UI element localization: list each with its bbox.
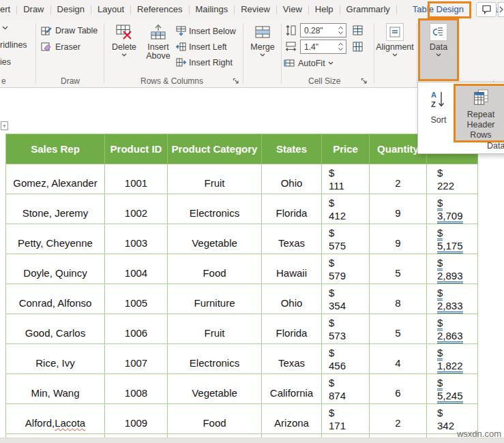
cell-state[interactable]: Ohio — [262, 164, 322, 194]
column-header[interactable]: Product Category — [168, 134, 262, 164]
view-gridlines-button-cut[interactable]: ridlines — [0, 40, 27, 50]
cell-state[interactable]: Florida — [262, 314, 322, 344]
cell-price[interactable]: $412 — [322, 194, 370, 224]
cell-sales-rep[interactable]: Rice, Ivy — [6, 344, 105, 374]
cell-price[interactable]: $354 — [322, 284, 370, 314]
ribbon-tab-view[interactable]: View — [277, 1, 308, 18]
cell-sales[interactable]: $5,245 — [427, 374, 478, 404]
ribbon-tab-references[interactable]: References — [131, 1, 188, 18]
cell-product-id[interactable]: 1002 — [105, 194, 168, 224]
cell-product-category[interactable]: Electronics — [168, 194, 262, 224]
cell-state[interactable]: Hawaii — [262, 254, 322, 284]
cell-product-id[interactable]: 1001 — [105, 164, 168, 194]
column-header[interactable]: Price — [322, 134, 370, 164]
distribute-rows-icon[interactable] — [352, 25, 364, 36]
cell-sales-rep[interactable]: Gomez, Alexander — [6, 164, 105, 194]
cell-price[interactable]: $171 — [322, 404, 370, 434]
ribbon-tab-help[interactable]: Help — [309, 1, 340, 18]
ribbon-tab-grammarly[interactable]: Grammarly — [340, 1, 396, 18]
cell-sales[interactable]: $2,863 — [427, 314, 478, 344]
comments-button[interactable] — [476, 2, 496, 17]
cell-product-id[interactable]: 1005 — [105, 284, 168, 314]
insert-above-button[interactable]: Insert Above — [142, 23, 175, 61]
cell-product-category[interactable]: Fruit — [168, 314, 262, 344]
ribbon-tab-design[interactable]: Design — [51, 1, 91, 18]
column-header[interactable]: Product ID — [105, 134, 168, 164]
cell-sales[interactable]: $222 — [427, 164, 478, 194]
autofit-button[interactable]: AutoFit — [284, 57, 333, 69]
cell-product-category[interactable]: Food — [168, 404, 262, 434]
cell-price[interactable]: $579 — [322, 254, 370, 284]
cell-product-id[interactable]: 1004 — [105, 254, 168, 284]
draw-table-button[interactable]: Draw Table — [41, 25, 98, 36]
cell-state[interactable]: Texas — [262, 224, 322, 254]
table-move-handle[interactable]: + — [1, 121, 8, 130]
cell-price[interactable]: $573 — [322, 314, 370, 344]
cell-quantity[interactable]: 2 — [370, 164, 427, 194]
chevron-down-icon[interactable] — [2, 26, 8, 30]
cell-sales-rep[interactable]: Min, Wang — [6, 374, 105, 404]
cell-quantity[interactable]: 4 — [370, 344, 427, 374]
cell-state[interactable]: Florida — [262, 194, 322, 224]
cell-product-id[interactable]: 1007 — [105, 344, 168, 374]
cell-product-category[interactable]: Vegetable — [168, 374, 262, 404]
cell-product-id[interactable]: 1006 — [105, 314, 168, 344]
properties-button-cut[interactable]: ies — [0, 57, 11, 67]
cell-product-id[interactable]: 1009 — [105, 404, 168, 434]
ribbon-tab-review[interactable]: Review — [235, 1, 276, 18]
cell-state[interactable]: Texas — [262, 344, 322, 374]
ribbon-tab-ert[interactable]: ert — [0, 1, 16, 18]
row-height-input[interactable]: 0.28" — [300, 23, 346, 37]
ribbon-tab-draw[interactable]: Draw — [17, 1, 50, 18]
alignment-button[interactable]: Alignment — [377, 23, 413, 57]
cell-sales[interactable]: $3,709 — [427, 194, 478, 224]
column-width-input[interactable]: 1.4" — [300, 40, 346, 54]
column-width-spinner[interactable] — [338, 43, 346, 50]
cell-quantity[interactable]: 2 — [370, 404, 427, 434]
cell-sales[interactable]: $2,893 — [427, 254, 478, 284]
cell-quantity[interactable]: 8 — [370, 284, 427, 314]
cell-quantity[interactable]: 5 — [370, 254, 427, 284]
insert-left-button[interactable]: Insert Left — [176, 42, 227, 52]
cell-product-category[interactable]: Electronics — [168, 344, 262, 374]
cell-product-category[interactable]: Food — [168, 254, 262, 284]
share-button-cut[interactable] — [498, 2, 504, 17]
cell-sales-rep[interactable]: Stone, Jeremy — [6, 194, 105, 224]
cell-quantity[interactable]: 9 — [370, 224, 427, 254]
cell-sales-rep[interactable]: Doyle, Quincy — [6, 254, 105, 284]
cell-sales-rep[interactable]: Petty, Cheyenne — [6, 224, 105, 254]
column-header[interactable]: Sales Rep — [6, 134, 105, 164]
cell-product-id[interactable]: 1008 — [105, 374, 168, 404]
cell-state[interactable]: Arizona — [262, 404, 322, 434]
repeat-header-rows-button[interactable]: Repeat Header Rows — [456, 86, 504, 140]
cell-price[interactable]: $575 — [322, 224, 370, 254]
insert-below-button[interactable]: Insert Below — [176, 26, 236, 36]
column-header[interactable]: States — [262, 134, 322, 164]
merge-button[interactable]: Merge — [247, 23, 278, 57]
cell-size-dialog-launcher[interactable] — [361, 76, 370, 85]
cell-price[interactable]: $456 — [322, 344, 370, 374]
cell-sales-rep[interactable]: Conrad, Alfonso — [6, 284, 105, 314]
ribbon-tab-layout[interactable]: Layout — [91, 1, 130, 18]
cell-product-category[interactable]: Fruit — [168, 164, 262, 194]
rows-columns-dialog-launcher[interactable] — [233, 76, 241, 85]
cell-product-category[interactable]: Furniture — [168, 284, 262, 314]
distribute-columns-icon[interactable] — [352, 41, 364, 52]
cell-product-id[interactable]: 1003 — [105, 224, 168, 254]
row-height-spinner[interactable] — [338, 27, 346, 34]
sort-button[interactable]: A Z Sort — [424, 88, 454, 138]
cell-sales[interactable]: $5,175 — [427, 224, 478, 254]
delete-button[interactable]: Delete — [108, 23, 140, 57]
cell-sales-rep[interactable]: Good, Carlos — [6, 314, 105, 344]
eraser-button[interactable]: Eraser — [41, 41, 80, 52]
cell-price[interactable]: $111 — [322, 164, 370, 194]
horizontal-scrollbar[interactable] — [0, 438, 504, 443]
cell-quantity[interactable]: 9 — [370, 194, 427, 224]
cell-sales-rep[interactable]: Alford, Lacota — [6, 404, 105, 434]
data-button[interactable]: Data — [421, 23, 456, 57]
cell-sales[interactable]: $1,822 — [427, 344, 478, 374]
cell-sales[interactable]: $2,833 — [427, 284, 478, 314]
insert-right-button[interactable]: Insert Right — [176, 57, 233, 67]
cell-state[interactable]: California — [262, 374, 322, 404]
cell-quantity[interactable]: 6 — [370, 374, 427, 404]
